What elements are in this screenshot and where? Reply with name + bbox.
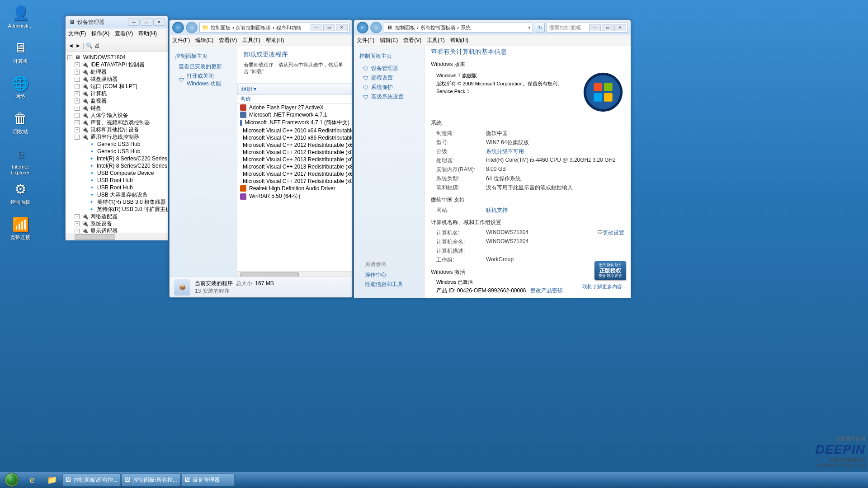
expand-icon[interactable]: + <box>75 120 80 125</box>
program-row[interactable]: Microsoft .NET Framework 4.7.1 (简体中文) <box>237 118 352 127</box>
scan-icon[interactable]: 🔍 <box>86 42 93 49</box>
menu-item[interactable]: 工具(T) <box>427 37 444 44</box>
menu-item[interactable]: 查看(V) <box>403 37 421 44</box>
expand-icon[interactable]: + <box>75 113 80 118</box>
tree-item[interactable]: +🔌声音、视频和游戏控制器 <box>67 119 166 126</box>
change-settings-link[interactable]: 更改设置 <box>603 229 624 237</box>
desktop-icon-dialup[interactable]: 📶宽带连接 <box>5 215 36 240</box>
tree-item[interactable]: 🔹Intel(R) 8 Series/C220 Series USB EHCI <box>67 155 166 162</box>
tree-item[interactable]: 🔹USB Composite Device <box>67 169 166 177</box>
minimize-button[interactable]: — <box>589 24 601 31</box>
tree-item[interactable]: 🔹英特尔(R) USB 3.0 可扩展主机控制器 <box>67 206 166 213</box>
tree-item[interactable]: 🔹USB Root Hub <box>67 184 166 191</box>
crumb[interactable]: 程序和功能 <box>276 24 301 31</box>
program-row[interactable]: Microsoft Visual C++ 2012 Redistributabl… <box>237 149 352 156</box>
scrollbar-horizontal[interactable] <box>66 233 168 240</box>
expand-icon[interactable]: + <box>75 214 80 219</box>
tree-item[interactable]: +🔌人体学输入设备 <box>67 112 166 119</box>
titlebar[interactable]: 🖥 设备管理器 — ▭ ✕ <box>66 16 168 28</box>
scrollbar-horizontal[interactable] <box>237 271 352 277</box>
expand-icon[interactable]: + <box>75 62 80 67</box>
back-icon[interactable]: ◄ <box>68 42 74 49</box>
side-item[interactable]: 🛡远程设置 <box>363 74 419 82</box>
start-button[interactable] <box>2 472 22 488</box>
taskbar-task[interactable]: 🖼控制面板\所有控... <box>62 474 121 486</box>
maximize-button[interactable]: ▭ <box>602 24 613 31</box>
control-panel-home-link[interactable]: 控制面板主页 <box>175 52 231 60</box>
program-row[interactable]: Microsoft .NET Framework 4.7.1 <box>237 111 352 118</box>
tree-item[interactable]: +🔌端口 (COM 和 LPT) <box>67 83 166 90</box>
tree-item[interactable]: +🔌IDE ATA/ATAPI 控制器 <box>67 61 166 68</box>
program-row[interactable]: Microsoft Visual C++ 2017 Redistributabl… <box>237 178 352 185</box>
forward-button[interactable]: → <box>186 22 198 33</box>
tree-item[interactable]: -🔌通用串行总线控制器 <box>67 133 166 141</box>
refresh-button[interactable]: ↻ <box>535 23 545 33</box>
expand-icon[interactable]: + <box>75 84 80 89</box>
close-button[interactable]: ✕ <box>336 24 348 31</box>
tree-item[interactable]: 🔹Intel(R) 8 Series/C220 Series USB EHCI <box>67 162 166 169</box>
expand-icon[interactable]: - <box>67 55 72 60</box>
menu-item[interactable]: 编辑(E) <box>380 37 398 44</box>
program-row[interactable]: Realtek High Definition Audio Driver <box>237 185 352 192</box>
expand-icon[interactable]: + <box>75 127 80 132</box>
menu-item[interactable]: 帮助(H) <box>450 37 469 44</box>
expand-icon[interactable]: + <box>75 99 80 103</box>
crumb[interactable]: 所有控制面板项 <box>236 24 271 31</box>
menu-item[interactable]: 查看(V) <box>219 37 237 44</box>
tree-item[interactable]: +🔌监视器 <box>67 97 166 104</box>
crumb[interactable]: 所有控制面板项 <box>420 24 455 31</box>
maximize-button[interactable]: ▭ <box>141 19 152 26</box>
crumb[interactable]: 系统 <box>461 24 471 31</box>
desktop-icon-recycle[interactable]: 🗑回收站 <box>5 109 36 135</box>
menu-item[interactable]: 操作(A) <box>91 30 109 38</box>
tree-item[interactable]: +🔌系统设备 <box>67 220 166 227</box>
change-product-key-link[interactable]: 更改产品密钥 <box>530 287 563 294</box>
programs-list[interactable]: Adobe Flash Player 27 ActiveXMicrosoft .… <box>237 104 352 271</box>
taskbar-task[interactable]: 🖼设备管理器 <box>181 474 235 486</box>
expand-icon[interactable]: + <box>75 229 80 233</box>
menu-item[interactable]: 文件(F) <box>68 30 86 38</box>
expand-icon[interactable]: + <box>75 221 80 226</box>
expand-icon[interactable]: + <box>75 77 80 82</box>
side-item[interactable]: 🛡高级系统设置 <box>363 93 419 101</box>
back-button[interactable]: ← <box>172 22 184 33</box>
control-panel-home-link[interactable]: 控制面板主页 <box>359 52 419 60</box>
kv-value[interactable]: 联机支持 <box>486 206 508 214</box>
expand-icon[interactable]: + <box>75 70 80 75</box>
tree-item[interactable]: +🔌键盘 <box>67 104 166 112</box>
tree-item[interactable]: 🔹英特尔(R) USB 3.0 根集线器 <box>67 198 166 206</box>
taskbar-explorer-icon[interactable]: 📁 <box>42 474 61 486</box>
minimize-button[interactable]: — <box>128 19 140 26</box>
program-row[interactable]: Microsoft Visual C++ 2013 Redistributabl… <box>237 156 352 163</box>
program-row[interactable]: Microsoft Visual C++ 2010 x86 Redistribu… <box>237 134 352 141</box>
desktop-icon-control[interactable]: ⚙控制面板 <box>5 180 36 205</box>
tree-item[interactable]: 🔹USB Root Hub <box>67 177 166 184</box>
tree-item[interactable]: +🔌计算机 <box>67 90 166 97</box>
tree-root[interactable]: WINDOWS71804 <box>83 54 126 61</box>
properties-icon[interactable]: 🖨 <box>94 42 100 49</box>
device-tree[interactable]: -🖥WINDOWS71804+🔌IDE ATA/ATAPI 控制器+🔌处理器+🔌… <box>66 52 168 233</box>
seealso-perf-info[interactable]: 性能信息和工具 <box>365 281 413 288</box>
learn-more-link[interactable]: 联机了解更多内容... <box>582 283 626 290</box>
program-row[interactable]: Microsoft Visual C++ 2012 Redistributabl… <box>237 141 352 149</box>
program-row[interactable]: Microsoft Visual C++ 2017 Redistributabl… <box>237 170 352 178</box>
window-programs-features[interactable]: ← → 📁 控制面板› 所有控制面板项› 程序和功能 — ▭ ✕ 文件(F)编辑… <box>169 19 353 298</box>
window-device-manager[interactable]: 🖥 设备管理器 — ▭ ✕ 文件(F)操作(A)查看(V)帮助(H) ◄ ► |… <box>65 15 168 239</box>
seealso-action-center[interactable]: 操作中心 <box>365 271 413 279</box>
window-system[interactable]: ← → 🖥 控制面板› 所有控制面板项› 系统 ▾ ↻ 搜索控制面板🔍 — ▭ … <box>354 19 631 298</box>
desktop-icon-network[interactable]: 🌐网络 <box>5 74 36 99</box>
desktop-icon-admin[interactable]: 👤Administr... <box>5 4 36 29</box>
side-item[interactable]: 🛡设备管理器 <box>363 65 419 72</box>
crumb[interactable]: 控制面板 <box>395 24 415 31</box>
tree-item[interactable]: +🔌磁盘驱动器 <box>67 75 166 83</box>
expand-icon[interactable]: + <box>75 91 80 96</box>
program-row[interactable]: Adobe Flash Player 27 ActiveX <box>237 104 352 111</box>
maximize-button[interactable]: ▭ <box>323 24 335 31</box>
side-view-updates[interactable]: 查看已安装的更新 <box>179 63 231 70</box>
side-windows-features[interactable]: 🛡打开或关闭 Windows 功能 <box>179 72 231 88</box>
organize-button[interactable]: 组织 ▾ <box>241 85 256 93</box>
menu-item[interactable]: 编辑(E) <box>195 37 213 44</box>
tree-item[interactable]: 🔹Generic USB Hub <box>67 141 166 148</box>
menu-item[interactable]: 查看(V) <box>115 30 133 38</box>
tree-item[interactable]: +🔌处理器 <box>67 68 166 75</box>
